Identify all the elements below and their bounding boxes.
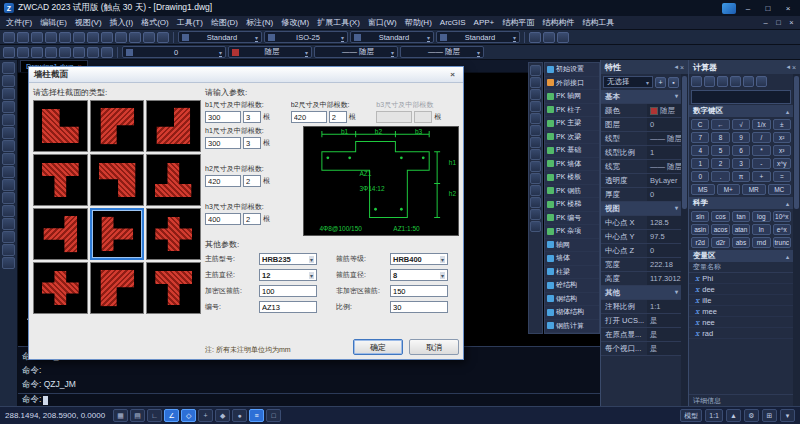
keypad-section-header[interactable]: 数字键区 ▴ [689, 105, 793, 117]
property-row[interactable]: 在原点显... 是 ▾ [601, 328, 681, 342]
property-value[interactable]: 117.3012 [647, 272, 681, 285]
count-input[interactable] [243, 111, 261, 123]
section-type-thumbnail[interactable] [146, 154, 201, 206]
select-objects-icon[interactable]: ▪ [668, 77, 679, 88]
scrollbar[interactable] [793, 74, 800, 406]
quick-select-icon[interactable]: + [655, 77, 666, 88]
auto-hide-pin-icon[interactable]: ◂ [674, 63, 678, 71]
calc-key[interactable]: 4 [691, 145, 709, 156]
lineweight-toggle[interactable]: ≡ [249, 409, 264, 422]
table-tool-icon[interactable] [2, 205, 15, 217]
structure-tool-button[interactable]: 钢结构 [545, 293, 599, 307]
close-button[interactable]: × [780, 2, 796, 14]
redo-icon[interactable] [157, 32, 169, 43]
structure-tool-button[interactable]: 砌体结构 [545, 306, 599, 320]
calc-key[interactable]: ← [711, 119, 729, 130]
dialog-title-bar[interactable]: 墙柱截面 × [29, 67, 463, 83]
structure-tool-button[interactable]: 墙体 [545, 252, 599, 266]
details-toggle[interactable]: 详细信息 [689, 394, 793, 406]
menu-item[interactable]: 窗口(W) [364, 17, 401, 28]
layer-combo[interactable]: 0▾ [122, 46, 226, 58]
table-style-combo[interactable]: Standard▾ [350, 31, 434, 43]
property-row[interactable]: 高度 117.3012 ▾ [601, 272, 681, 286]
count-input[interactable] [243, 175, 261, 187]
beam-icon[interactable] [530, 101, 541, 112]
structure-tool-button[interactable]: PK 楼梯 [545, 198, 599, 212]
match-properties-icon[interactable] [129, 32, 141, 43]
scientific-key[interactable]: cos [711, 211, 729, 222]
polygon-tool-icon[interactable] [2, 127, 15, 139]
structure-tool-button[interactable]: PK 编号 [545, 212, 599, 226]
count-input[interactable] [329, 111, 347, 123]
scientific-key[interactable]: d2r [711, 237, 729, 248]
variable-item[interactable]: x Phi [689, 273, 793, 284]
calc-key[interactable]: + [752, 171, 770, 182]
scientific-key[interactable]: e^x [773, 224, 791, 235]
paste-value-icon[interactable] [704, 76, 715, 87]
property-row[interactable]: 线宽 —— 随层 ▾ [601, 160, 681, 174]
property-value[interactable]: 222.18 [647, 258, 681, 271]
cancel-button[interactable]: 取消 [409, 339, 459, 355]
scrollbar[interactable] [681, 74, 688, 406]
section-type-thumbnail[interactable] [90, 262, 145, 314]
open-file-icon[interactable] [17, 32, 29, 43]
measure-angle-icon[interactable] [743, 76, 754, 87]
scrollbar-thumb[interactable] [682, 76, 687, 209]
menu-item[interactable]: 修改(M) [277, 17, 313, 28]
count-input[interactable] [243, 213, 261, 225]
calc-key[interactable]: 8 [711, 132, 729, 143]
auto-hide-pin-icon[interactable]: ◂ [786, 63, 790, 71]
calc-key[interactable]: 1 [691, 158, 709, 169]
menu-item[interactable]: 帮助(H) [401, 17, 436, 28]
dialog-close-button[interactable]: × [447, 70, 458, 79]
count-input[interactable] [243, 137, 261, 149]
structure-tool-button[interactable]: PK 主梁 [545, 117, 599, 131]
scientific-key[interactable]: rnd [752, 237, 770, 248]
property-row[interactable]: 颜色 随层 ▾ [601, 104, 681, 118]
menu-item[interactable]: 工具(T) [173, 17, 207, 28]
lineweight-combo[interactable]: —— 随层▾ [400, 46, 484, 58]
structure-tool-button[interactable]: 外部接口 [545, 77, 599, 91]
transparency-toggle[interactable]: □ [266, 409, 281, 422]
scientific-key[interactable]: log [752, 211, 770, 222]
structure-tool-button[interactable]: PK 基础 [545, 144, 599, 158]
scientific-section-header[interactable]: 科学 ▴ [689, 197, 793, 209]
save-file-icon[interactable] [31, 32, 43, 43]
menu-item[interactable]: 编辑(E) [36, 17, 71, 28]
calc-key[interactable]: x³ [773, 145, 791, 156]
variables-section-header[interactable]: 变量区 ▴ [689, 250, 793, 262]
dimension-icon[interactable] [530, 161, 541, 172]
dim-style-combo[interactable]: ISO-25▾ [264, 31, 348, 43]
ducs-toggle[interactable]: ◆ [215, 409, 230, 422]
property-row[interactable]: 注释比例 1:1 ▾ [601, 300, 681, 314]
dyn-toggle[interactable]: ● [232, 409, 247, 422]
minimize-button[interactable]: – [740, 2, 756, 14]
property-value[interactable]: —— 随层 [647, 160, 681, 173]
property-value[interactable]: 97.5 [647, 230, 681, 243]
layer-freeze-icon[interactable] [59, 47, 71, 58]
property-value[interactable]: 0 [647, 118, 681, 131]
calc-key[interactable]: x^y [773, 158, 791, 169]
calculator-header[interactable]: 计算器 ◂ × [689, 60, 800, 74]
calc-key[interactable]: 3 [732, 158, 750, 169]
property-row[interactable]: 其他 ▾ [601, 286, 681, 300]
column-icon[interactable] [530, 89, 541, 100]
hatch-tool-icon[interactable] [2, 179, 15, 191]
circle-tool-icon[interactable] [2, 88, 15, 100]
close-icon[interactable]: × [680, 64, 684, 71]
section-type-thumbnail[interactable] [146, 100, 201, 152]
point-tool-icon[interactable] [2, 166, 15, 178]
menu-item[interactable]: APP+ [470, 18, 499, 27]
menu-item[interactable]: 标注(N) [242, 17, 277, 28]
layer-previous-icon[interactable] [101, 47, 113, 58]
property-value[interactable]: 0 [647, 244, 681, 257]
section-type-thumbnail[interactable] [90, 208, 145, 260]
clean-screen-button[interactable]: ⊞ [762, 409, 777, 422]
property-row[interactable]: 线型 —— 随层 ▾ [601, 132, 681, 146]
param-select[interactable]: 12▾ [259, 269, 317, 281]
structure-tool-button[interactable]: PK 轴网 [545, 90, 599, 104]
zoom-extents-icon[interactable] [557, 32, 569, 43]
spline-tool-icon[interactable] [2, 153, 15, 165]
workspace-switch-button[interactable]: ⚙ [744, 409, 759, 422]
line-tool-icon[interactable] [2, 62, 15, 74]
